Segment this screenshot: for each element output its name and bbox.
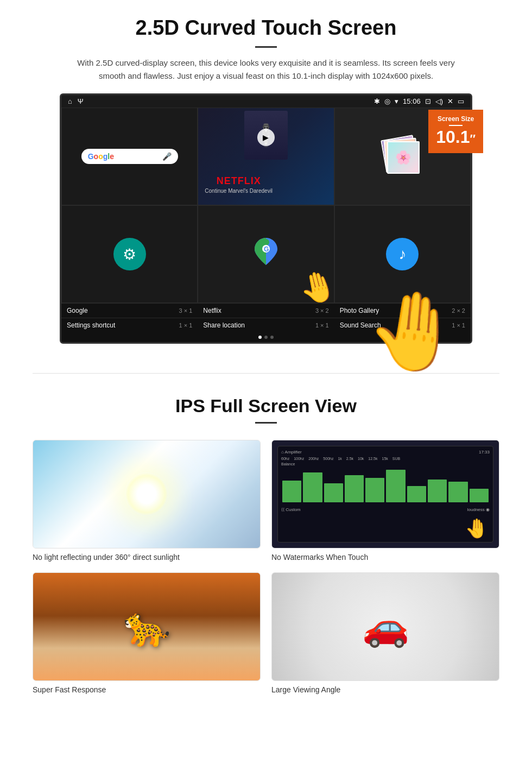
- amp-freq-labels: 60hz100hz200hz500hz1k2.5k10k12.5k15kSUB: [281, 457, 490, 460]
- status-left: ⌂ Ψ: [68, 97, 84, 105]
- gallery-label-name: Photo Gallery: [340, 307, 379, 314]
- share-label: Share location 1 × 1: [198, 318, 334, 332]
- location-icon: ◎: [384, 97, 390, 105]
- screen-size-badge: Screen Size 10.1″: [428, 110, 483, 153]
- amp-bar-7: [407, 486, 426, 502]
- maps-svg: G: [255, 238, 277, 265]
- share-label-name: Share location: [203, 321, 245, 329]
- netflix-label-size: 3 × 2: [315, 307, 329, 314]
- sound-label: Sound Search 1 × 1: [334, 318, 471, 332]
- amplifier-visual: ⌂ Amplifier 17:33 60hz100hz200hz500hz1k2…: [272, 440, 499, 548]
- amp-bar-8: [428, 480, 447, 502]
- badge-label: Screen Size: [436, 115, 476, 123]
- amp-bar-9: [448, 482, 467, 502]
- netflix-label-name: Netflix: [203, 307, 221, 314]
- bluetooth-icon: ✱: [374, 97, 380, 105]
- feature-img-sunlight: [33, 440, 261, 548]
- sound-icon-circle: ♪: [386, 238, 419, 270]
- section2-underline: [255, 422, 277, 424]
- sun-rays: [125, 472, 168, 516]
- app-cell-google[interactable]: Google 🎤: [61, 108, 198, 205]
- photo-stack: 🌸: [381, 135, 424, 178]
- app-cell-netflix[interactable]: 🕴 ▶ NETFLIX Continue Marvel's Daredevil: [198, 108, 334, 205]
- usb-icon: Ψ: [78, 97, 84, 105]
- amp-title: ⌂ Amplifier: [281, 450, 302, 455]
- google-search-bar[interactable]: Google 🎤: [81, 149, 178, 164]
- amp-bar-4: [345, 475, 364, 502]
- status-right: ✱ ◎ ▾ 15:06 ⊡ ◁) ✕ ▭: [374, 97, 464, 105]
- google-mic-icon[interactable]: 🎤: [162, 152, 172, 161]
- car-top-view-icon: 🚗: [362, 604, 409, 649]
- section-divider: [33, 373, 499, 374]
- settings-label: Settings shortcut 1 × 1: [61, 318, 198, 332]
- netflix-logo: NETFLIX: [205, 175, 273, 187]
- home-icon[interactable]: ⌂: [68, 97, 72, 105]
- music-note-icon: ♪: [398, 245, 406, 263]
- settings-label-name: Settings shortcut: [67, 321, 115, 329]
- google-label: Google 3 × 1: [61, 303, 198, 318]
- car-caption: Large Viewing Angle: [271, 685, 499, 694]
- amplifier-caption: No Watermarks When Touch: [271, 553, 499, 562]
- section2-title: IPS Full Screen View: [33, 395, 499, 417]
- status-bar: ⌂ Ψ ✱ ◎ ▾ 15:06 ⊡ ◁) ✕ ▭: [61, 95, 471, 108]
- amp-footer: ⟨⟨ Custom loudness ◉: [281, 507, 490, 512]
- feature-sunlight: No light reflecting under 360° direct su…: [33, 440, 261, 562]
- netflix-play-button[interactable]: ▶: [257, 129, 275, 146]
- google-label-size: 3 × 1: [179, 307, 193, 314]
- google-label-name: Google: [67, 307, 88, 314]
- pointing-hand-icon: 🤚: [295, 266, 334, 303]
- car-visual: 🚗: [272, 573, 499, 680]
- feature-img-car: 🚗: [271, 572, 499, 681]
- feature-img-cheetah: 🐆: [33, 572, 261, 681]
- gallery-label-size: 2 × 2: [452, 307, 465, 314]
- photo-card-3: 🌸: [387, 141, 420, 174]
- amp-status-bar: ⌂ Amplifier 17:33: [281, 450, 490, 455]
- google-maps-icon: G: [255, 238, 277, 270]
- amp-custom-label: ⟨⟨ Custom: [281, 507, 301, 512]
- app-cell-settings[interactable]: ⚙: [61, 205, 198, 303]
- amp-bar-10: [470, 489, 489, 502]
- feature-car: 🚗 Large Viewing Angle: [271, 572, 499, 694]
- cheetah-visual: 🐆: [33, 573, 260, 680]
- settings-label-size: 1 × 1: [179, 322, 193, 329]
- badge-size: 10.1″: [436, 127, 476, 147]
- feature-grid: No light reflecting under 360° direct su…: [33, 440, 499, 694]
- netflix-subtitle: Continue Marvel's Daredevil: [205, 188, 273, 194]
- status-time: 15:06: [403, 97, 421, 105]
- feature-cheetah: 🐆 Super Fast Response: [33, 572, 261, 694]
- share-content: G 🤚: [198, 206, 333, 302]
- google-logo: Google: [88, 152, 114, 161]
- cheetah-caption: Super Fast Response: [33, 685, 261, 694]
- amp-bar-2: [303, 472, 322, 502]
- volume-icon: ◁): [435, 97, 443, 105]
- battery-icon: ▭: [458, 97, 464, 105]
- cheetah-icon: 🐆: [123, 604, 170, 649]
- scroll-dot-3: [270, 336, 274, 339]
- amp-screen: ⌂ Amplifier 17:33 60hz100hz200hz500hz1k2…: [277, 446, 493, 542]
- close-icon[interactable]: ✕: [447, 97, 453, 105]
- share-label-size: 1 × 1: [315, 322, 329, 329]
- amp-bar-1: [282, 481, 301, 502]
- app-cell-sound[interactable]: ♪: [334, 205, 471, 303]
- svg-text:G: G: [264, 245, 269, 253]
- sound-label-size: 1 × 1: [452, 322, 465, 329]
- amp-balance-label: Balance: [281, 462, 490, 466]
- amp-eq-bars: [281, 467, 490, 505]
- app-cell-share[interactable]: G 🤚: [198, 205, 334, 303]
- scroll-dot-2: [264, 336, 268, 339]
- app-grid: Google 🎤 🕴 ▶ NETF: [61, 108, 471, 303]
- wifi-icon: ▾: [395, 97, 398, 105]
- amp-bar-3: [324, 483, 343, 502]
- amp-hand-icon: ✋: [464, 518, 488, 540]
- amp-bar-6: [386, 470, 405, 502]
- device-wrapper: Screen Size 10.1″ ⌂ Ψ ✱ ◎ ▾ 15:06 ⊡ ◁): [60, 93, 472, 344]
- section1-description: With 2.5D curved-display screen, this de…: [76, 56, 456, 83]
- gallery-label: Photo Gallery 2 × 2: [334, 303, 471, 318]
- scroll-dots: [61, 332, 471, 342]
- badge-underline: [449, 125, 463, 126]
- section-ips: IPS Full Screen View No light reflecting…: [0, 390, 532, 710]
- feature-img-amplifier: ⌂ Amplifier 17:33 60hz100hz200hz500hz1k2…: [271, 440, 499, 548]
- scroll-dot-1: [258, 336, 262, 339]
- sound-label-name: Sound Search: [340, 321, 381, 329]
- amp-bar-5: [365, 478, 384, 502]
